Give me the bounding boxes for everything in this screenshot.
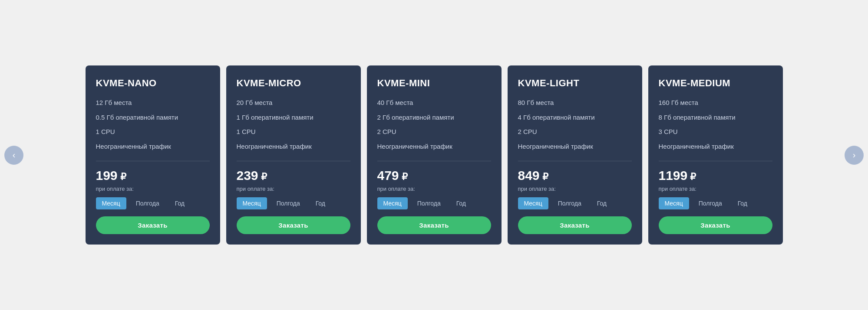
- price-row-kvme-light: 849₽: [518, 168, 632, 183]
- price-label: при оплате за:: [96, 186, 210, 192]
- billing-tab-полгода[interactable]: Полгода: [411, 197, 447, 209]
- card-kvme-mini: KVME-MINI40 Гб места2 Гб оперативной пам…: [367, 65, 502, 245]
- price-label: при оплате за:: [518, 186, 632, 192]
- price-currency: ₽: [261, 171, 267, 183]
- billing-tab-полгода[interactable]: Полгода: [271, 197, 306, 209]
- card-title-kvme-nano: KVME-NANO: [96, 78, 210, 89]
- billing-tab-год[interactable]: Год: [310, 197, 331, 209]
- price-label: при оплате за:: [377, 186, 491, 192]
- card-title-kvme-medium: KVME-MEDIUM: [659, 78, 772, 89]
- card-kvme-micro: KVME-MICRO20 Гб места1 Гб оперативной па…: [226, 65, 361, 245]
- next-button[interactable]: ›: [845, 146, 864, 165]
- order-button-kvme-mini[interactable]: Заказать: [377, 216, 491, 234]
- price-row-kvme-mini: 479₽: [377, 168, 491, 183]
- order-button-kvme-light[interactable]: Заказать: [518, 216, 632, 234]
- price-row-kvme-micro: 239₽: [237, 168, 350, 183]
- card-kvme-nano: KVME-NANO12 Гб места0.5 Гб оперативной п…: [86, 65, 220, 245]
- billing-tab-год[interactable]: Год: [732, 197, 753, 209]
- divider: [237, 161, 350, 161]
- feature-item: 2 CPU: [518, 127, 632, 136]
- feature-item: 160 Гб места: [659, 98, 772, 107]
- price-currency: ₽: [402, 171, 408, 183]
- feature-item: 1 CPU: [237, 127, 350, 136]
- price-amount: 199: [96, 168, 118, 183]
- billing-tab-месяц[interactable]: Месяц: [659, 197, 689, 209]
- divider: [659, 161, 772, 161]
- billing-tab-год[interactable]: Год: [450, 197, 472, 209]
- feature-item: 2 Гб оперативной памяти: [377, 113, 491, 122]
- divider: [377, 161, 491, 161]
- billing-tab-полгода[interactable]: Полгода: [552, 197, 587, 209]
- price-amount: 239: [237, 168, 258, 183]
- order-button-kvme-nano[interactable]: Заказать: [96, 216, 210, 234]
- feature-item: 3 CPU: [659, 127, 772, 136]
- billing-tab-полгода[interactable]: Полгода: [130, 197, 165, 209]
- price-row-kvme-medium: 1199₽: [659, 168, 772, 183]
- price-label: при оплате за:: [659, 186, 772, 192]
- cards-row: KVME-NANO12 Гб места0.5 Гб оперативной п…: [28, 65, 840, 245]
- order-button-kvme-medium[interactable]: Заказать: [659, 216, 772, 234]
- carousel-wrapper: ‹ KVME-NANO12 Гб места0.5 Гб оперативной…: [4, 65, 864, 245]
- feature-item: Неограниченный трафик: [96, 142, 210, 151]
- feature-item: 12 Гб места: [96, 98, 210, 107]
- billing-tab-месяц[interactable]: Месяц: [96, 197, 126, 209]
- billing-tabs-kvme-nano: МесяцПолгодаГод: [96, 197, 210, 209]
- divider: [96, 161, 210, 161]
- card-features-kvme-light: 80 Гб места4 Гб оперативной памяти2 CPUН…: [518, 98, 632, 150]
- feature-item: 40 Гб места: [377, 98, 491, 107]
- billing-tab-месяц[interactable]: Месяц: [518, 197, 548, 209]
- billing-tabs-kvme-mini: МесяцПолгодаГод: [377, 197, 491, 209]
- price-label: при оплате за:: [237, 186, 350, 192]
- feature-item: 8 Гб оперативной памяти: [659, 113, 772, 122]
- divider: [518, 161, 632, 161]
- card-kvme-light: KVME-LIGHT80 Гб места4 Гб оперативной па…: [508, 65, 642, 245]
- card-title-kvme-light: KVME-LIGHT: [518, 78, 632, 89]
- feature-item: 1 CPU: [96, 127, 210, 136]
- billing-tabs-kvme-light: МесяцПолгодаГод: [518, 197, 632, 209]
- price-currency: ₽: [690, 171, 696, 183]
- billing-tab-месяц[interactable]: Месяц: [377, 197, 408, 209]
- price-row-kvme-nano: 199₽: [96, 168, 210, 183]
- card-features-kvme-mini: 40 Гб места2 Гб оперативной памяти2 CPUН…: [377, 98, 491, 150]
- feature-item: 2 CPU: [377, 127, 491, 136]
- feature-item: 1 Гб оперативной памяти: [237, 113, 350, 122]
- card-title-kvme-micro: KVME-MICRO: [237, 78, 350, 89]
- billing-tab-год[interactable]: Год: [591, 197, 613, 209]
- feature-item: Неограниченный трафик: [659, 142, 772, 151]
- price-amount: 1199: [659, 168, 688, 183]
- card-features-kvme-medium: 160 Гб места8 Гб оперативной памяти3 CPU…: [659, 98, 772, 150]
- feature-item: 4 Гб оперативной памяти: [518, 113, 632, 122]
- price-amount: 849: [518, 168, 540, 183]
- order-button-kvme-micro[interactable]: Заказать: [237, 216, 350, 234]
- billing-tab-полгода[interactable]: Полгода: [693, 197, 728, 209]
- feature-item: Неограниченный трафик: [518, 142, 632, 151]
- feature-item: Неограниченный трафик: [237, 142, 350, 151]
- feature-item: 80 Гб места: [518, 98, 632, 107]
- prev-button[interactable]: ‹: [4, 146, 23, 165]
- card-title-kvme-mini: KVME-MINI: [377, 78, 491, 89]
- price-amount: 479: [377, 168, 399, 183]
- feature-item: Неограниченный трафик: [377, 142, 491, 151]
- feature-item: 20 Гб места: [237, 98, 350, 107]
- billing-tabs-kvme-micro: МесяцПолгодаГод: [237, 197, 350, 209]
- billing-tab-месяц[interactable]: Месяц: [237, 197, 267, 209]
- feature-item: 0.5 Гб оперативной памяти: [96, 113, 210, 122]
- card-features-kvme-micro: 20 Гб места1 Гб оперативной памяти1 CPUН…: [237, 98, 350, 150]
- card-features-kvme-nano: 12 Гб места0.5 Гб оперативной памяти1 CP…: [96, 98, 210, 150]
- billing-tabs-kvme-medium: МесяцПолгодаГод: [659, 197, 772, 209]
- price-currency: ₽: [120, 171, 126, 183]
- card-kvme-medium: KVME-MEDIUM160 Гб места8 Гб оперативной …: [648, 65, 783, 245]
- billing-tab-год[interactable]: Год: [169, 197, 191, 209]
- price-currency: ₽: [542, 171, 548, 183]
